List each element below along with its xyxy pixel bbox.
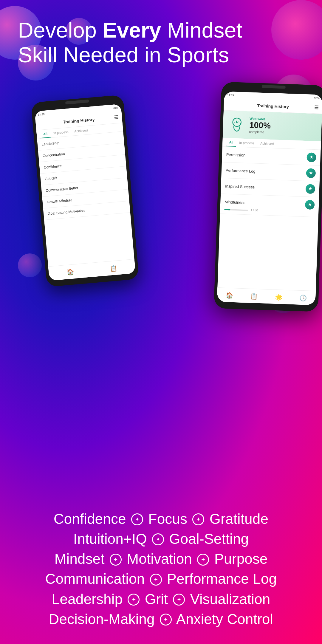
header-line2: Skill Needed in Sports xyxy=(18,43,229,67)
phone-front-notch xyxy=(262,85,286,89)
header-text: Develop Every Mindset Skill Needed in Sp… xyxy=(18,18,304,67)
phone-front-title: Training History xyxy=(257,103,289,109)
phone-back-menu-icon[interactable]: ☰ xyxy=(114,114,119,120)
kw-decision: Decision-Making xyxy=(49,611,159,627)
phone-front-menu-icon[interactable]: ☰ xyxy=(314,105,319,110)
phone-front-battery: 90% xyxy=(314,97,319,100)
phone-back-battery: 90% xyxy=(113,106,118,110)
phone-back-bottom-nav: 🏠 📋 xyxy=(48,259,136,281)
item-icon-performance-log xyxy=(306,168,316,178)
gauge-icon xyxy=(227,115,246,134)
mindfulness-progress-label: 1 / 30 xyxy=(250,208,258,212)
phone-front: 11:39 90% Training History ☰ xyxy=(214,82,322,312)
kw-intuition: Intuition+IQ xyxy=(73,531,151,547)
kw-goal: Goal-Setting xyxy=(165,531,249,547)
star-icon-2: ✦ xyxy=(192,513,204,525)
star-icon-3: ✦ xyxy=(152,533,164,545)
phone-front-time: 11:39 xyxy=(227,94,234,97)
kw-anxiety: Anxiety Control xyxy=(173,611,273,627)
kw-motivation: Motivation xyxy=(123,551,196,567)
kw-grit: Grit xyxy=(141,591,172,607)
kw-visualization: Visualization xyxy=(186,591,270,607)
front-nav-list-icon[interactable]: 📋 xyxy=(250,292,258,300)
kw-mindset: Mindset xyxy=(55,551,109,567)
item-name-inspired-success: Inspired Success xyxy=(225,184,255,189)
phone-back-time: 11:39 xyxy=(38,113,45,116)
mindfulness-progress-bar xyxy=(224,209,248,211)
header-line1: Develop Every Mindset xyxy=(18,18,242,42)
phone-back-notch xyxy=(65,100,89,105)
kw-confidence: Confidence xyxy=(54,511,130,527)
item-icon-inspired-success xyxy=(305,184,315,194)
tab-inprocess-front[interactable]: In process xyxy=(236,138,258,147)
item-name-mindfulness: Mindfulness xyxy=(225,199,245,205)
front-nav-star-icon[interactable]: 🌟 xyxy=(275,293,283,301)
star-icon-7: ✦ xyxy=(128,594,140,606)
list-item-mindfulness[interactable]: Mindfulness 1 / 30 xyxy=(220,194,319,217)
star-icon-6: ✦ xyxy=(150,574,162,586)
kw-leadership: Leadership xyxy=(52,591,127,607)
phone-front-bottom-nav: 🏠 📋 🌟 🕓 xyxy=(217,287,316,305)
nav-home-icon[interactable]: 🏠 xyxy=(66,268,75,276)
tab-achieved-front[interactable]: Achieved xyxy=(257,139,277,148)
nav-list-icon[interactable]: 📋 xyxy=(109,264,117,272)
phone-back: 11:39 90% Training History ☰ All In proc… xyxy=(31,95,139,287)
item-icon-mindfulness xyxy=(305,200,315,210)
kw-gratitude: Gratitude xyxy=(205,511,268,527)
progress-banner: Woo woo! 100% completed xyxy=(223,110,322,141)
tab-achieved-back[interactable]: Achieved xyxy=(71,126,91,136)
mindfulness-progress-fill xyxy=(224,209,230,210)
kw-performance: Performance Log xyxy=(163,571,277,587)
item-name-performance-log: Performance Log xyxy=(226,168,256,173)
kw-purpose: Purpose xyxy=(210,551,267,567)
keywords-text: Confidence ✦ Focus ✦ Gratitude Intuition… xyxy=(12,509,310,629)
item-icon-permission xyxy=(306,152,316,162)
phone-front-screen: 11:39 90% Training History ☰ xyxy=(217,91,322,305)
phone-front-list: Permission Performance Log xyxy=(220,146,321,217)
item-name-permission: Permission xyxy=(226,152,246,157)
star-icon-8: ✦ xyxy=(173,594,185,606)
front-nav-home-icon[interactable]: 🏠 xyxy=(226,292,233,299)
star-icon-4: ✦ xyxy=(110,554,122,566)
star-icon-9: ✦ xyxy=(160,614,172,626)
star-icon-1: ✦ xyxy=(131,513,143,525)
phones-area: 11:39 90% Training History ☰ All In proc… xyxy=(15,83,322,376)
tab-all-front[interactable]: All xyxy=(226,138,236,147)
phone-back-title: Training History xyxy=(63,117,95,124)
tab-all-back[interactable]: All xyxy=(40,129,51,138)
front-nav-history-icon[interactable]: 🕓 xyxy=(299,294,307,301)
star-icon-5: ✦ xyxy=(197,554,209,566)
phone-back-screen: 11:39 90% Training History ☰ All In proc… xyxy=(35,104,136,281)
keywords-section: Confidence ✦ Focus ✦ Gratitude Intuition… xyxy=(12,509,310,629)
kw-communication: Communication xyxy=(45,571,149,587)
header-bold: Every xyxy=(103,18,161,42)
kw-focus: Focus xyxy=(144,511,191,527)
progress-text: Woo woo! 100% completed xyxy=(249,117,317,136)
phone-back-list: Leadership Concentration Confidence Get … xyxy=(37,131,130,220)
